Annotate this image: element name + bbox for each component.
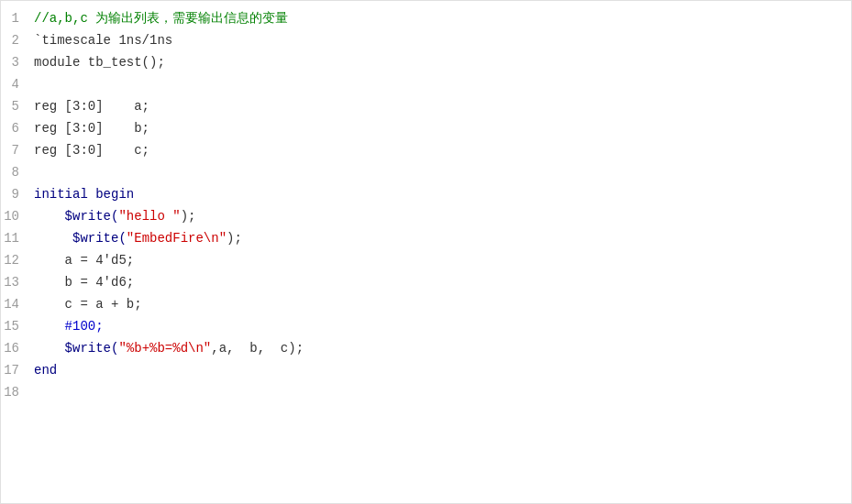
line-content: reg [3:0] a; [34, 96, 149, 116]
line-number: 10 [1, 206, 34, 226]
code-line: 9initial begin [1, 184, 851, 206]
line-content: c = a + b; [34, 294, 142, 314]
line-content: initial begin [34, 184, 134, 204]
code-line: 16 $write("%b+%b=%d\n",a, b, c); [1, 338, 851, 360]
line-number: 18 [1, 382, 34, 402]
line-content: end [34, 360, 57, 380]
code-line: 13 b = 4'd6; [1, 272, 851, 294]
line-content: module tb_test(); [34, 52, 165, 72]
code-line: 4 [1, 74, 851, 96]
code-line: 1//a,b,c 为输出列表，需要输出信息的变量 [1, 8, 851, 30]
line-content: $write("hello "); [34, 206, 195, 226]
code-line: 8 [1, 162, 851, 184]
code-line: 2`timescale 1ns/1ns [1, 30, 851, 52]
code-line: 7reg [3:0] c; [1, 140, 851, 162]
code-line: 14 c = a + b; [1, 294, 851, 316]
line-number: 11 [1, 228, 34, 248]
code-editor: 1//a,b,c 为输出列表，需要输出信息的变量2`timescale 1ns/… [0, 0, 852, 504]
line-content: #100; [34, 316, 104, 336]
line-number: 6 [1, 118, 34, 138]
code-line: 17end [1, 360, 851, 382]
code-line: 5reg [3:0] a; [1, 96, 851, 118]
line-content: a = 4'd5; [34, 250, 134, 270]
line-content: `timescale 1ns/1ns [34, 30, 172, 50]
line-number: 17 [1, 360, 34, 380]
line-number: 8 [1, 162, 34, 182]
line-number: 9 [1, 184, 34, 204]
line-number: 5 [1, 96, 34, 116]
line-content: reg [3:0] b; [34, 118, 149, 138]
line-content: $write("%b+%b=%d\n",a, b, c); [34, 338, 304, 358]
code-line: 11 $write("EmbedFire\n"); [1, 228, 851, 250]
line-number: 14 [1, 294, 34, 314]
line-number: 12 [1, 250, 34, 270]
code-line: 12 a = 4'd5; [1, 250, 851, 272]
line-number: 3 [1, 52, 34, 72]
code-line: 10 $write("hello "); [1, 206, 851, 228]
code-line: 3module tb_test(); [1, 52, 851, 74]
line-number: 1 [1, 8, 34, 28]
line-number: 4 [1, 74, 34, 94]
code-line: 6reg [3:0] b; [1, 118, 851, 140]
line-content: b = 4'd6; [34, 272, 134, 292]
code-line: 15 #100; [1, 316, 851, 338]
line-content: //a,b,c 为输出列表，需要输出信息的变量 [34, 8, 288, 28]
line-content: reg [3:0] c; [34, 140, 149, 160]
line-number: 16 [1, 338, 34, 358]
line-number: 13 [1, 272, 34, 292]
line-number: 2 [1, 30, 34, 50]
line-number: 7 [1, 140, 34, 160]
line-number: 15 [1, 316, 34, 336]
line-content: $write("EmbedFire\n"); [34, 228, 242, 248]
code-line: 18 [1, 382, 851, 404]
